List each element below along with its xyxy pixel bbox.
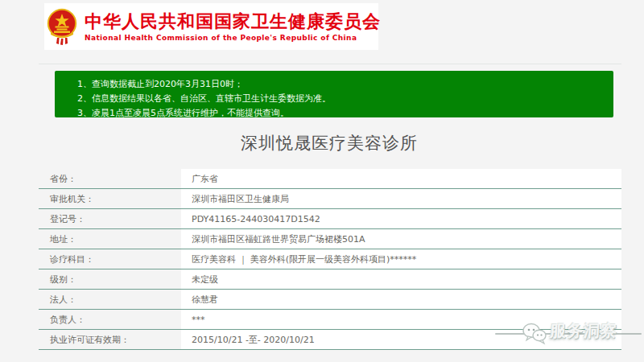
field-label: 执业许可证有效期： — [39, 330, 181, 349]
site-title: 中华人民共和国国家卫生健康委员会 — [85, 12, 381, 31]
field-label: 省份： — [39, 169, 181, 188]
table-row: 法人：徐慧君 — [39, 290, 621, 310]
field-value: 2015/10/21 -至- 2020/10/21 — [185, 330, 621, 349]
field-value: 深圳市福田区福虹路世界贸易广场裙楼501A — [185, 229, 621, 249]
table-row: 省份：广东省 — [39, 169, 621, 189]
header-titles: 中华人民共和国国家卫生健康委员会 National Health Commiss… — [85, 12, 381, 42]
site-header: 中华人民共和国国家卫生健康委员会 National Health Commiss… — [44, 3, 378, 50]
table-row: 地址：深圳市福田区福虹路世界贸易广场裙楼501A — [39, 229, 621, 249]
field-label: 诊疗科目： — [39, 249, 181, 269]
field-label: 登记号： — [39, 209, 181, 228]
notice-line: 1、查询数据截止到2020年3月31日0时； — [77, 77, 605, 92]
notice-line: 3、凌晨1点至凌晨5点系统进行维护，不能提供查询。 — [77, 106, 605, 121]
notice-box: 1、查询数据截止到2020年3月31日0时；2、信息数据结果以各省、自治区、直辖… — [55, 71, 613, 117]
field-value: 医疗美容科 ｜ 美容外科(限开展一级美容外科项目)****** — [185, 249, 621, 269]
field-label: 法人： — [39, 290, 181, 309]
site-subtitle: National Health Commission of the People… — [85, 34, 381, 42]
field-label: 负责人： — [39, 310, 181, 329]
page: 中华人民共和国国家卫生健康委员会 National Health Commiss… — [0, 0, 644, 362]
table-row: 登记号：PDY41165-244030417D1542 — [39, 209, 621, 229]
header-divider — [39, 64, 621, 64]
field-value: *** — [185, 310, 621, 329]
table-row: 诊疗科目：医疗美容科 ｜ 美容外科(限开展一级美容外科项目)****** — [39, 249, 621, 269]
notice-line: 2、信息数据结果以各省、自治区、直辖市卫生计生委数据为准。 — [77, 92, 605, 106]
field-value: PDY41165-244030417D1542 — [185, 209, 621, 228]
field-value: 深圳市福田区卫生健康局 — [185, 189, 621, 208]
page-title: 深圳悦晟医疗美容诊所 — [39, 132, 620, 154]
table-row: 审批机关：深圳市福田区卫生健康局 — [39, 189, 621, 209]
field-value: 广东省 — [185, 169, 621, 188]
field-value: 徐慧君 — [185, 290, 621, 309]
details-table: 省份：广东省审批机关：深圳市福田区卫生健康局登记号：PDY41165-24403… — [39, 169, 621, 350]
field-label: 级别： — [39, 269, 181, 289]
table-row: 级别：未定级 — [39, 269, 621, 290]
field-label: 地址： — [39, 229, 181, 249]
table-row: 执业许可证有效期：2015/10/21 -至- 2020/10/21 — [39, 330, 621, 350]
table-row: 负责人：*** — [39, 310, 621, 330]
prc-national-emblem-icon — [47, 8, 77, 45]
field-value: 未定级 — [185, 269, 621, 289]
field-label: 审批机关： — [39, 189, 181, 208]
